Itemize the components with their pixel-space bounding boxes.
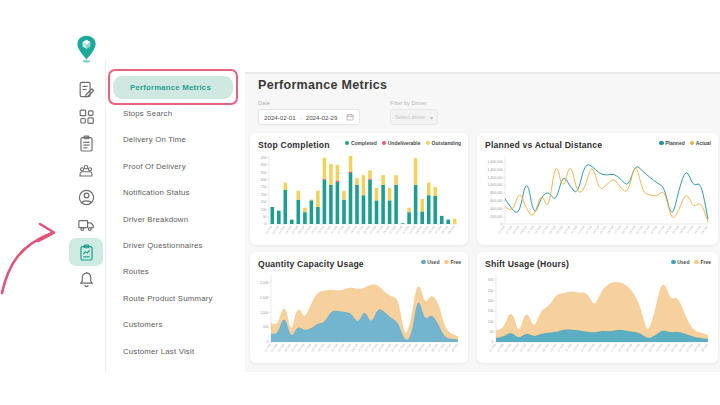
svg-text:100: 100 (488, 320, 494, 324)
chart-title: Stop Completion (258, 140, 330, 150)
legend-dot (426, 141, 431, 146)
legend-item-planned[interactable]: Planned (659, 140, 684, 146)
menu-item-driver-breakdown[interactable]: Driver Breakdown (106, 206, 245, 232)
sidebar-item-dashboard[interactable] (71, 103, 101, 130)
dashboard-root: Performance Metrics Stops Search Deliver… (0, 0, 720, 405)
svg-text:29 Feb: 29 Feb (700, 225, 709, 235)
menu-item-driver-questionnaires[interactable]: Driver Questionnaires (106, 232, 245, 258)
legend: UsedFree (671, 259, 713, 265)
quantity-capacity-chart[interactable]: 05001,0001,5002,00001 Feb02 Feb03 Feb04 … (258, 270, 462, 357)
menu-item-customers[interactable]: Customers (106, 312, 245, 338)
menu-item-delivery-on-time[interactable]: Delivery On Time (106, 127, 245, 153)
legend-dot (659, 141, 664, 146)
chevron-down-icon: ▾ (430, 114, 433, 121)
date-to-value[interactable]: 2024-02-29 (306, 114, 338, 121)
bell-icon (77, 270, 96, 289)
document-edit-icon (77, 80, 96, 99)
svg-text:250: 250 (261, 185, 267, 189)
legend-label: Actual (696, 140, 711, 146)
legend: CompletedUndeliverableOutstanding (345, 140, 463, 146)
legend-item-actual[interactable]: Actual (690, 140, 711, 146)
svg-text:29 Feb: 29 Feb (450, 343, 459, 353)
svg-text:1,400,000: 1,400,000 (487, 168, 502, 172)
date-label: Date (258, 100, 270, 106)
legend-item-outstanding[interactable]: Outstanding (426, 140, 461, 146)
page-title: Performance Metrics (258, 78, 387, 92)
svg-text:2,000: 2,000 (260, 281, 269, 285)
legend-item-free[interactable]: Free (694, 259, 711, 265)
svg-text:29 Feb: 29 Feb (447, 225, 456, 235)
svg-text:300: 300 (261, 178, 267, 182)
legend-item-undeliverable[interactable]: Undeliverable (382, 140, 421, 146)
svg-text:100: 100 (261, 208, 267, 212)
sidebar-item-vehicles[interactable] (71, 211, 101, 238)
legend-label: Used (677, 259, 689, 265)
menu-item-routes[interactable]: Routes (106, 259, 245, 285)
sidebar-item-profile[interactable] (71, 184, 101, 211)
legend-label: Completed (351, 140, 377, 146)
menu-list: Performance Metrics Stops Search Deliver… (106, 60, 245, 364)
svg-text:50: 50 (263, 215, 267, 219)
legend-dot (382, 141, 387, 146)
driver-filter-label: Filter by Driver (390, 100, 426, 106)
truck-icon (76, 215, 96, 234)
legend-item-used[interactable]: Used (671, 259, 689, 265)
legend-label: Undeliverable (388, 140, 421, 146)
svg-text:300: 300 (488, 278, 494, 282)
chart-title: Shift Usage (Hours) (485, 259, 569, 269)
sidebar-item-invoices[interactable] (71, 130, 101, 157)
card-stop-completion: Stop Completion CompletedUndeliverableOu… (250, 133, 468, 245)
svg-text:50: 50 (490, 330, 494, 334)
card-shift-usage: Shift Usage (Hours) UsedFree 05010015020… (477, 252, 718, 363)
shift-usage-chart[interactable]: 05010015020025030001 Feb02 Feb03 Feb04 F… (485, 270, 712, 357)
menu-item-stops-search[interactable]: Stops Search (106, 100, 245, 126)
legend-item-free[interactable]: Free (444, 259, 461, 265)
chart-title: Quantity Capacity Usage (258, 259, 364, 269)
legend-item-completed[interactable]: Completed (345, 140, 377, 146)
user-circle-icon (77, 188, 96, 207)
legend-item-used[interactable]: Used (421, 259, 439, 265)
svg-text:200: 200 (488, 299, 494, 303)
legend: UsedFree (421, 259, 463, 265)
date-range-input[interactable]: 2024-02-01 - 2024-02-29 (258, 109, 360, 125)
svg-text:600,000: 600,000 (490, 199, 502, 203)
date-separator: - (300, 114, 302, 121)
calendar-icon[interactable] (346, 113, 354, 122)
legend-label: Planned (665, 140, 684, 146)
sidebar-item-performance-active[interactable] (69, 238, 103, 266)
svg-text:29 Feb: 29 Feb (700, 343, 709, 353)
svg-text:250: 250 (488, 289, 494, 293)
menu-item-performance-metrics[interactable]: Performance Metrics (106, 74, 245, 100)
driver-select[interactable]: Select driver ▾ (390, 109, 438, 125)
svg-text:1,600,000: 1,600,000 (487, 160, 502, 164)
stop-completion-chart[interactable]: 05010015020025030035040045001 Feb02 Feb0… (258, 151, 462, 239)
svg-text:800,000: 800,000 (490, 191, 502, 195)
menu-item-proof-of-delivery[interactable]: Proof Of Delivery (106, 153, 245, 179)
legend-dot (694, 260, 699, 265)
driver-select-placeholder: Select driver (395, 114, 425, 120)
svg-text:200,000: 200,000 (490, 215, 502, 219)
svg-text:400: 400 (261, 163, 267, 167)
sidebar-item-reports[interactable] (71, 76, 101, 103)
svg-text:1,500: 1,500 (260, 296, 269, 300)
date-from-value[interactable]: 2024-02-01 (264, 114, 296, 121)
menu-item-notification-status[interactable]: Notification Status (106, 180, 245, 206)
menu-item-route-product-summary[interactable]: Route Product Summary (106, 285, 245, 311)
svg-text:500: 500 (263, 325, 269, 329)
svg-text:200: 200 (261, 193, 267, 197)
card-planned-vs-actual: Planned vs Actual Distance PlannedActual… (477, 133, 718, 245)
map-pin-logo-icon (73, 34, 100, 64)
sidebar-item-notifications[interactable] (71, 266, 101, 293)
legend-label: Used (427, 259, 439, 265)
planned-vs-actual-chart[interactable]: 0200,000400,000600,000800,0001,000,0001,… (485, 151, 712, 239)
icon-rail (66, 34, 106, 293)
group-people-icon (76, 161, 96, 180)
sidebar-item-teams[interactable] (71, 157, 101, 184)
legend-dot (690, 141, 695, 146)
legend-dot (345, 141, 350, 146)
svg-text:150: 150 (488, 309, 494, 313)
menu-item-customer-last-visit[interactable]: Customer Last Visit (106, 338, 245, 364)
legend-label: Free (700, 259, 711, 265)
app-logo[interactable] (73, 34, 100, 68)
svg-text:1,000,000: 1,000,000 (487, 183, 502, 187)
